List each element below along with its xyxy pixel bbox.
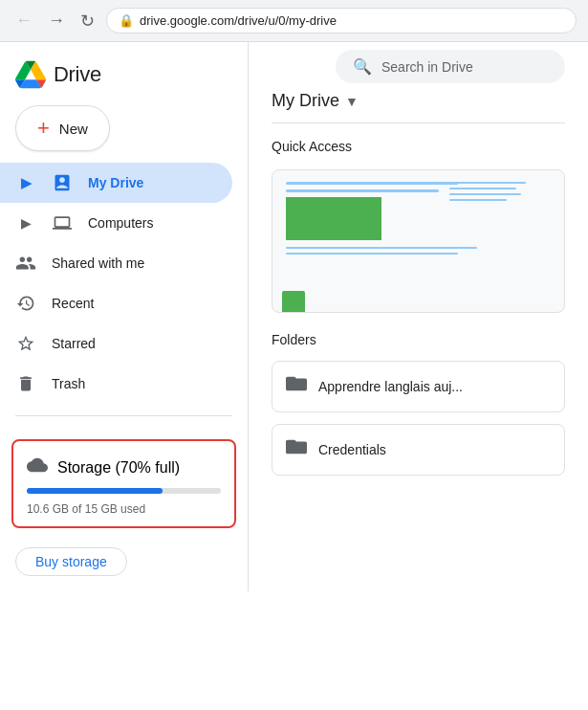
folder-item-1[interactable]: Credentials xyxy=(272,424,565,476)
sidebar-item-computers-label: Computers xyxy=(88,215,153,231)
quick-access-label: Quick Access xyxy=(264,127,573,162)
storage-bar-background xyxy=(27,488,221,494)
sidebar-item-recent-label: Recent xyxy=(52,296,94,311)
title-divider xyxy=(272,122,565,123)
cloud-icon xyxy=(27,455,48,480)
sidebar-item-starred-label: Starred xyxy=(52,336,96,351)
qa-file-icon xyxy=(282,291,305,313)
search-bar[interactable]: 🔍 Search in Drive xyxy=(336,50,565,83)
sidebar-item-trash-label: Trash xyxy=(52,376,85,391)
folder-icon-1 xyxy=(286,436,307,463)
browser-bar: ← → ↻ 🔒 drive.google.com/drive/u/0/my-dr… xyxy=(0,0,588,42)
my-drive-title[interactable]: My Drive ▼ xyxy=(264,83,573,119)
folder-icon-0 xyxy=(286,373,307,400)
new-button[interactable]: + New xyxy=(15,105,110,151)
arrow-icon: ▶ xyxy=(15,172,36,193)
sidebar-item-shared[interactable]: Shared with me xyxy=(0,243,232,283)
qa-bottom-lines xyxy=(286,247,477,258)
arrow-icon-computers: ▶ xyxy=(15,212,36,233)
search-placeholder: Search in Drive xyxy=(381,59,473,75)
sidebar-divider xyxy=(15,415,232,416)
dropdown-arrow-icon: ▼ xyxy=(345,94,359,109)
drive-logo-icon xyxy=(15,59,46,90)
people-icon xyxy=(15,253,36,274)
app-container: Drive + New ▶ My Drive ▶ Computers xyxy=(0,42,588,591)
folders-label: Folders xyxy=(264,321,573,355)
app-header: Drive xyxy=(0,50,248,100)
storage-used-text: 10.6 GB of 15 GB used xyxy=(27,502,145,516)
app-title: Drive xyxy=(54,62,101,87)
refresh-button[interactable]: ↻ xyxy=(76,7,98,35)
url-bar[interactable]: 🔒 drive.google.com/drive/u/0/my-drive xyxy=(106,8,577,33)
back-button[interactable]: ← xyxy=(11,7,36,34)
sidebar-item-starred[interactable]: Starred xyxy=(0,323,232,364)
sidebar-item-shared-label: Shared with me xyxy=(52,255,144,271)
storage-section: Storage (70% full) 10.6 GB of 15 GB used xyxy=(11,439,236,528)
qa-green-block xyxy=(286,197,381,240)
url-text: drive.google.com/drive/u/0/my-drive xyxy=(140,13,337,28)
plus-icon: + xyxy=(37,116,50,141)
sidebar-item-recent[interactable]: Recent xyxy=(0,283,232,323)
forward-button[interactable]: → xyxy=(44,7,69,34)
qa-right-lines xyxy=(449,182,526,205)
main-content: 🔍 Search in Drive My Drive ▼ Quick Acces… xyxy=(249,42,588,591)
folder-name-1: Credentials xyxy=(318,442,386,457)
sidebar-item-computers[interactable]: ▶ Computers xyxy=(0,203,232,243)
sidebar-item-trash[interactable]: Trash xyxy=(0,364,232,404)
my-drive-label: My Drive xyxy=(272,91,339,111)
lock-icon: 🔒 xyxy=(119,13,134,28)
qa-doc-lines xyxy=(286,182,477,197)
computer-icon xyxy=(52,212,73,233)
buy-storage-button[interactable]: Buy storage xyxy=(15,547,127,576)
folder-item-0[interactable]: Apprendre langlais auj... xyxy=(272,361,565,412)
sidebar: Drive + New ▶ My Drive ▶ Computers xyxy=(0,42,249,591)
clock-icon xyxy=(15,293,36,314)
my-drive-icon xyxy=(52,172,73,193)
storage-header: Storage (70% full) xyxy=(27,455,221,480)
trash-icon xyxy=(15,373,36,394)
quick-access-card[interactable] xyxy=(272,169,565,313)
star-icon xyxy=(15,333,36,354)
search-row: 🔍 Search in Drive xyxy=(264,42,573,83)
sidebar-item-my-drive[interactable]: ▶ My Drive xyxy=(0,163,232,203)
qa-preview xyxy=(272,170,564,285)
new-button-label: New xyxy=(59,121,88,137)
storage-bar-fill xyxy=(27,488,163,494)
search-icon: 🔍 xyxy=(353,57,372,76)
storage-label: Storage (70% full) xyxy=(57,459,180,477)
qa-bottom-bar xyxy=(272,285,564,313)
folder-name-0: Apprendre langlais auj... xyxy=(318,379,463,394)
sidebar-item-my-drive-label: My Drive xyxy=(88,175,143,190)
